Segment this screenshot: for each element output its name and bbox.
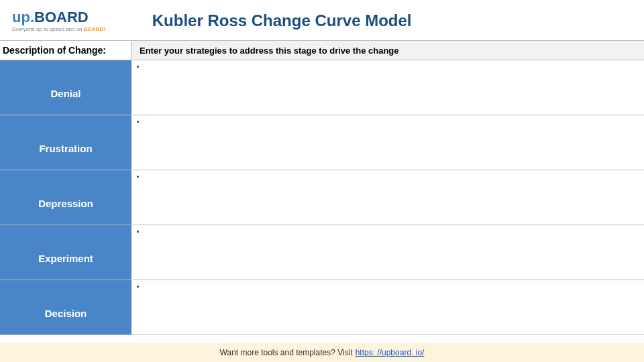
bullet-icon bbox=[137, 121, 139, 123]
description-row: Description of Change: Enter your strate… bbox=[0, 40, 644, 60]
stage-row: Denial bbox=[0, 60, 644, 115]
stage-label: Decision bbox=[0, 280, 131, 335]
stage-label: Denial bbox=[0, 60, 131, 115]
header: up.BOARD Everyone up to speed and on BOA… bbox=[0, 0, 644, 40]
stage-row: Frustration bbox=[0, 115, 644, 170]
footer-text: Want more tools and templates? Visit bbox=[220, 348, 353, 357]
page-title: Kubler Ross Change Curve Model bbox=[152, 11, 412, 30]
logo-prefix: up. bbox=[12, 9, 34, 25]
stage-content[interactable] bbox=[131, 280, 644, 335]
logo: up.BOARD Everyone up to speed and on BOA… bbox=[12, 10, 105, 32]
bullet-icon bbox=[137, 66, 139, 68]
stage-label: Frustration bbox=[0, 115, 131, 170]
tagline-pre: Everyone up to speed and on bbox=[12, 26, 84, 32]
description-input[interactable]: Enter your strategies to address this st… bbox=[131, 41, 644, 60]
stage-content[interactable] bbox=[131, 115, 644, 170]
logo-tagline: Everyone up to speed and on BOARD! bbox=[12, 26, 105, 32]
stage-content[interactable] bbox=[131, 225, 644, 280]
logo-text: up.BOARD bbox=[12, 10, 105, 25]
stage-label: Depression bbox=[0, 170, 131, 225]
stage-row: Experiment bbox=[0, 225, 644, 280]
description-label: Description of Change: bbox=[0, 41, 131, 60]
stage-row: Depression bbox=[0, 170, 644, 225]
tagline-em: BOARD! bbox=[84, 26, 105, 32]
bullet-icon bbox=[137, 286, 139, 288]
logo-main: BOARD bbox=[34, 9, 89, 25]
footer: Want more tools and templates? Visit htt… bbox=[0, 343, 644, 362]
footer-link[interactable]: https: //upboard. io/ bbox=[356, 348, 425, 357]
bullet-icon bbox=[137, 176, 139, 178]
stage-row: Decision bbox=[0, 280, 644, 335]
stage-content[interactable] bbox=[131, 170, 644, 225]
stage-label: Experiment bbox=[0, 225, 131, 280]
bullet-icon bbox=[137, 231, 139, 233]
stage-content[interactable] bbox=[131, 60, 644, 115]
